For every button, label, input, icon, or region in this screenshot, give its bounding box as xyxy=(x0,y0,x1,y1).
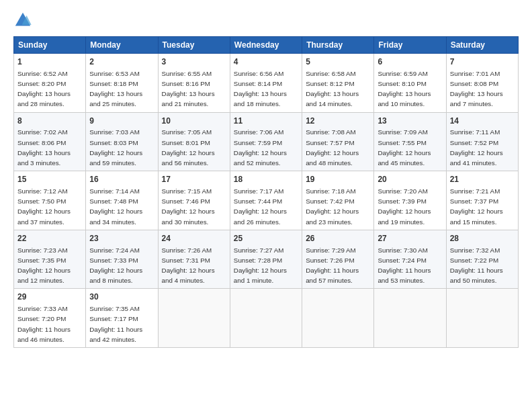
day-info: Sunrise: 6:58 AMSunset: 8:12 PMDaylight:… xyxy=(306,70,359,108)
day-number: 28 xyxy=(450,233,515,244)
day-cell-2: 2Sunrise: 6:53 AMSunset: 8:18 PMDaylight… xyxy=(86,54,158,113)
empty-cell xyxy=(446,289,518,348)
day-info: Sunrise: 7:01 AMSunset: 8:08 PMDaylight:… xyxy=(450,70,503,108)
calendar-body: 1Sunrise: 6:52 AMSunset: 8:20 PMDaylight… xyxy=(14,54,519,348)
calendar-week-4: 22Sunrise: 7:23 AMSunset: 7:35 PMDayligh… xyxy=(14,230,519,289)
day-info: Sunrise: 7:02 AMSunset: 8:06 PMDaylight:… xyxy=(17,128,71,167)
day-number: 12 xyxy=(306,116,370,127)
day-cell-25: 25Sunrise: 7:27 AMSunset: 7:28 PMDayligh… xyxy=(230,230,302,289)
day-info: Sunrise: 7:27 AMSunset: 7:28 PMDaylight:… xyxy=(234,246,287,285)
day-info: Sunrise: 7:18 AMSunset: 7:42 PMDaylight:… xyxy=(306,187,359,226)
day-cell-8: 8Sunrise: 7:02 AMSunset: 8:06 PMDaylight… xyxy=(14,112,86,171)
day-cell-16: 16Sunrise: 7:14 AMSunset: 7:48 PMDayligh… xyxy=(86,171,158,230)
day-number: 7 xyxy=(450,56,515,68)
empty-cell xyxy=(374,289,446,348)
col-header-wednesday: Wednesday xyxy=(230,37,302,54)
day-number: 8 xyxy=(17,116,82,127)
day-number: 3 xyxy=(162,56,226,68)
page-container: SundayMondayTuesdayWednesdayThursdayFrid… xyxy=(0,0,532,355)
logo-icon xyxy=(13,11,32,30)
day-cell-20: 20Sunrise: 7:20 AMSunset: 7:39 PMDayligh… xyxy=(374,171,446,230)
day-cell-18: 18Sunrise: 7:17 AMSunset: 7:44 PMDayligh… xyxy=(230,171,302,230)
day-number: 4 xyxy=(234,56,298,68)
day-number: 19 xyxy=(306,174,370,185)
col-header-friday: Friday xyxy=(374,37,446,54)
col-header-thursday: Thursday xyxy=(302,37,374,54)
day-number: 18 xyxy=(234,174,298,185)
day-number: 16 xyxy=(89,174,154,185)
day-cell-23: 23Sunrise: 7:24 AMSunset: 7:33 PMDayligh… xyxy=(86,230,158,289)
day-number: 26 xyxy=(306,233,370,244)
day-info: Sunrise: 6:59 AMSunset: 8:10 PMDaylight:… xyxy=(378,70,431,108)
calendar-week-3: 15Sunrise: 7:12 AMSunset: 7:50 PMDayligh… xyxy=(14,171,519,230)
day-cell-3: 3Sunrise: 6:55 AMSunset: 8:16 PMDaylight… xyxy=(158,54,230,113)
col-header-monday: Monday xyxy=(86,37,158,54)
calendar-week-5: 29Sunrise: 7:33 AMSunset: 7:20 PMDayligh… xyxy=(14,289,519,348)
col-header-sunday: Sunday xyxy=(14,37,86,54)
day-number: 2 xyxy=(89,56,154,68)
day-info: Sunrise: 7:33 AMSunset: 7:20 PMDaylight:… xyxy=(17,305,71,343)
day-info: Sunrise: 6:56 AMSunset: 8:14 PMDaylight:… xyxy=(234,70,287,108)
day-info: Sunrise: 7:08 AMSunset: 7:57 PMDaylight:… xyxy=(306,128,359,167)
day-info: Sunrise: 7:32 AMSunset: 7:22 PMDaylight:… xyxy=(450,246,503,285)
day-info: Sunrise: 7:35 AMSunset: 7:17 PMDaylight:… xyxy=(89,305,142,343)
col-header-saturday: Saturday xyxy=(446,37,518,54)
day-info: Sunrise: 7:14 AMSunset: 7:48 PMDaylight:… xyxy=(89,187,142,226)
day-cell-15: 15Sunrise: 7:12 AMSunset: 7:50 PMDayligh… xyxy=(14,171,86,230)
day-info: Sunrise: 7:11 AMSunset: 7:52 PMDaylight:… xyxy=(450,128,503,167)
day-cell-28: 28Sunrise: 7:32 AMSunset: 7:22 PMDayligh… xyxy=(446,230,518,289)
day-info: Sunrise: 7:05 AMSunset: 8:01 PMDaylight:… xyxy=(162,128,215,167)
day-number: 21 xyxy=(450,174,515,185)
day-cell-24: 24Sunrise: 7:26 AMSunset: 7:31 PMDayligh… xyxy=(158,230,230,289)
calendar-header: SundayMondayTuesdayWednesdayThursdayFrid… xyxy=(14,37,519,54)
calendar-table: SundayMondayTuesdayWednesdayThursdayFrid… xyxy=(13,36,519,348)
day-number: 13 xyxy=(378,116,442,127)
header xyxy=(13,11,519,30)
day-info: Sunrise: 7:21 AMSunset: 7:37 PMDaylight:… xyxy=(450,187,503,226)
day-cell-9: 9Sunrise: 7:03 AMSunset: 8:03 PMDaylight… xyxy=(86,112,158,171)
day-info: Sunrise: 7:09 AMSunset: 7:55 PMDaylight:… xyxy=(378,128,431,167)
calendar-week-1: 1Sunrise: 6:52 AMSunset: 8:20 PMDaylight… xyxy=(14,54,519,113)
logo xyxy=(13,11,35,30)
day-info: Sunrise: 7:17 AMSunset: 7:44 PMDaylight:… xyxy=(234,187,287,226)
day-number: 11 xyxy=(234,116,298,127)
day-info: Sunrise: 7:15 AMSunset: 7:46 PMDaylight:… xyxy=(162,187,215,226)
day-number: 30 xyxy=(89,291,154,303)
header-row: SundayMondayTuesdayWednesdayThursdayFrid… xyxy=(14,37,519,54)
day-number: 1 xyxy=(17,56,82,68)
day-number: 27 xyxy=(378,233,442,244)
day-cell-12: 12Sunrise: 7:08 AMSunset: 7:57 PMDayligh… xyxy=(302,112,374,171)
day-number: 17 xyxy=(162,174,226,185)
day-cell-17: 17Sunrise: 7:15 AMSunset: 7:46 PMDayligh… xyxy=(158,171,230,230)
day-number: 9 xyxy=(89,116,154,127)
day-cell-1: 1Sunrise: 6:52 AMSunset: 8:20 PMDaylight… xyxy=(14,54,86,113)
empty-cell xyxy=(158,289,230,348)
calendar-week-2: 8Sunrise: 7:02 AMSunset: 8:06 PMDaylight… xyxy=(14,112,519,171)
day-number: 10 xyxy=(162,116,226,127)
day-number: 25 xyxy=(234,233,298,244)
day-number: 20 xyxy=(378,174,442,185)
day-info: Sunrise: 7:23 AMSunset: 7:35 PMDaylight:… xyxy=(17,246,71,285)
day-cell-27: 27Sunrise: 7:30 AMSunset: 7:24 PMDayligh… xyxy=(374,230,446,289)
day-cell-14: 14Sunrise: 7:11 AMSunset: 7:52 PMDayligh… xyxy=(446,112,518,171)
day-cell-4: 4Sunrise: 6:56 AMSunset: 8:14 PMDaylight… xyxy=(230,54,302,113)
day-info: Sunrise: 7:29 AMSunset: 7:26 PMDaylight:… xyxy=(306,246,359,285)
day-number: 5 xyxy=(306,56,370,68)
day-number: 22 xyxy=(17,233,82,244)
day-cell-19: 19Sunrise: 7:18 AMSunset: 7:42 PMDayligh… xyxy=(302,171,374,230)
day-cell-11: 11Sunrise: 7:06 AMSunset: 7:59 PMDayligh… xyxy=(230,112,302,171)
day-cell-10: 10Sunrise: 7:05 AMSunset: 8:01 PMDayligh… xyxy=(158,112,230,171)
empty-cell xyxy=(302,289,374,348)
empty-cell xyxy=(230,289,302,348)
day-cell-7: 7Sunrise: 7:01 AMSunset: 8:08 PMDaylight… xyxy=(446,54,518,113)
day-cell-5: 5Sunrise: 6:58 AMSunset: 8:12 PMDaylight… xyxy=(302,54,374,113)
day-cell-22: 22Sunrise: 7:23 AMSunset: 7:35 PMDayligh… xyxy=(14,230,86,289)
day-number: 14 xyxy=(450,116,515,127)
day-info: Sunrise: 7:24 AMSunset: 7:33 PMDaylight:… xyxy=(89,246,142,285)
day-cell-26: 26Sunrise: 7:29 AMSunset: 7:26 PMDayligh… xyxy=(302,230,374,289)
day-cell-29: 29Sunrise: 7:33 AMSunset: 7:20 PMDayligh… xyxy=(14,289,86,348)
day-info: Sunrise: 6:53 AMSunset: 8:18 PMDaylight:… xyxy=(89,70,142,108)
day-cell-30: 30Sunrise: 7:35 AMSunset: 7:17 PMDayligh… xyxy=(86,289,158,348)
day-cell-13: 13Sunrise: 7:09 AMSunset: 7:55 PMDayligh… xyxy=(374,112,446,171)
day-number: 15 xyxy=(17,174,82,185)
